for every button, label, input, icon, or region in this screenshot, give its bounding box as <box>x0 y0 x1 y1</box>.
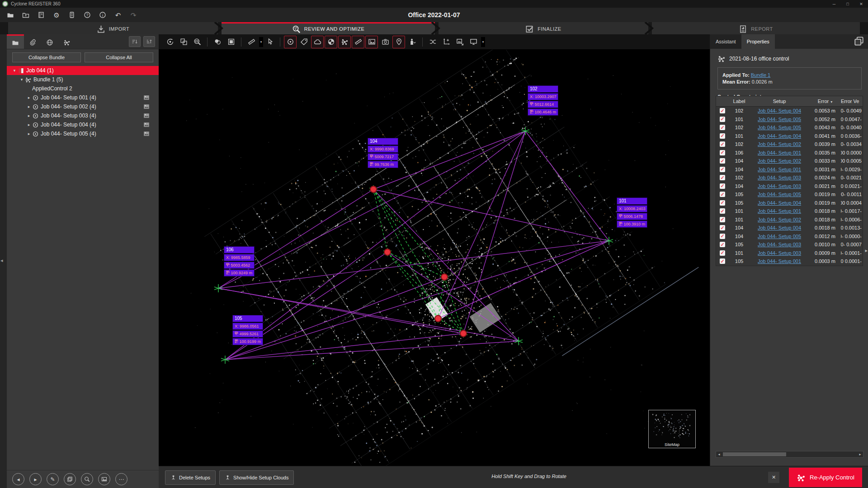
sort-descending-button[interactable] <box>143 36 155 47</box>
sidebar-tab-links[interactable] <box>24 34 41 49</box>
import-folder-button[interactable] <box>20 9 32 20</box>
image-button[interactable] <box>98 473 110 485</box>
column-error[interactable]: Error▾ <box>809 99 841 104</box>
constraint-checkbox[interactable]: ✓ <box>720 175 725 180</box>
column-setup[interactable]: Setup <box>750 99 809 104</box>
duplicate-button[interactable] <box>64 473 76 485</box>
setup-link[interactable]: Job 044- Setup 004 <box>758 133 801 139</box>
constraint-row[interactable]: ✓101Job 044- Setup 0030.0009 m-0.0001 -0… <box>716 249 863 258</box>
setup-image-icon[interactable] <box>143 113 150 119</box>
expander-right-icon[interactable]: ▸ <box>26 95 32 100</box>
constraint-checkbox[interactable]: ✓ <box>720 117 725 122</box>
setup-link[interactable]: Job 044- Setup 005 <box>758 234 801 239</box>
sitemap-widget[interactable]: SiteMap <box>648 410 696 448</box>
constraint-row[interactable]: ✓105Job 044- Setup 0010.0003 m-0.0001 0.… <box>716 257 863 266</box>
constraint-row[interactable]: ✓104Job 044- Setup 0020.0033 m0.0005 0.0… <box>716 157 863 165</box>
tree-item[interactable]: ▸Job 044- Setup 001 (4) <box>7 93 159 102</box>
panel-tab-properties[interactable]: Properties <box>741 34 775 49</box>
column-error-vector[interactable]: Error Ve <box>841 99 862 104</box>
clouds-visibility-button[interactable] <box>311 36 324 48</box>
expander-down-icon[interactable]: ▾ <box>19 77 25 82</box>
workflow-tab-review-and-optimize[interactable]: REVIEW AND OPTIMIZE <box>222 22 435 34</box>
workflow-tab-report[interactable]: REPORT <box>652 22 860 34</box>
panel-view-button[interactable] <box>225 36 237 48</box>
constraint-checkbox[interactable]: ✓ <box>720 158 725 164</box>
rotate-tool-button[interactable] <box>164 36 176 48</box>
sticks-visibility-button[interactable] <box>352 36 364 48</box>
tree-item[interactable]: ▾Bundle 1 (5) <box>7 75 159 84</box>
panel-layout-button[interactable] <box>854 36 864 47</box>
constraint-checkbox[interactable]: ✓ <box>720 125 725 130</box>
constraint-row[interactable]: ✓106Job 044- Setup 0010.0035 m0.0000 0.0… <box>716 149 863 157</box>
pedestrian-view-button[interactable] <box>406 36 419 48</box>
constraint-checkbox[interactable]: ✓ <box>720 133 725 139</box>
sidebar-tab-bundles[interactable] <box>58 34 75 49</box>
collapse-sidebar-icon[interactable]: ◂ <box>0 258 3 263</box>
constraint-checkbox[interactable]: ✓ <box>720 150 725 155</box>
constraint-checkbox[interactable]: ✓ <box>720 250 725 256</box>
scroll-right-icon[interactable]: ▸ <box>857 452 863 456</box>
settings-gear-button[interactable]: ⚙ <box>51 9 62 20</box>
expander-right-icon[interactable]: ▸ <box>26 104 32 109</box>
constraint-row[interactable]: ✓105Job 044- Setup 0040.0019 m0.0004 0.0… <box>716 199 863 207</box>
constraint-checkbox[interactable]: ✓ <box>720 141 725 147</box>
split-links-button[interactable] <box>426 36 439 48</box>
applied-to-link[interactable]: Bundle 1 <box>751 72 770 78</box>
display-settings-button[interactable] <box>467 36 480 48</box>
collapse-all-button[interactable]: Collapse All <box>85 52 153 62</box>
constraint-row[interactable]: ✓101Job 044- Setup 0010.0018 m-0.0017 -0… <box>716 207 863 216</box>
setup-link[interactable]: Job 044- Setup 001 <box>758 150 801 155</box>
setup-image-icon[interactable] <box>143 103 150 110</box>
window-close-button[interactable]: ✕ <box>854 0 868 8</box>
tree-item[interactable]: ▸Job 044- Setup 002 (4) <box>7 102 159 111</box>
constraint-checkbox[interactable]: ✓ <box>720 242 725 247</box>
nav-previous-button[interactable]: ◂ <box>12 473 24 485</box>
setup-link[interactable]: Job 044- Setup 004 <box>758 200 801 206</box>
setup-link[interactable]: Job 044- Setup 005 <box>758 192 801 197</box>
snapshot-button[interactable] <box>453 36 466 48</box>
delete-setups-button[interactable]: Delete Setups <box>165 470 216 485</box>
panel-tab-assistant[interactable]: Assistant <box>710 34 741 49</box>
setup-link[interactable]: Job 044- Setup 003 <box>758 175 801 180</box>
sort-descending-icon[interactable]: ▾ <box>830 100 832 104</box>
setup-link[interactable]: Job 044- Setup 005 <box>758 125 801 130</box>
pick-tool-button[interactable] <box>264 36 276 48</box>
constraint-checkbox[interactable]: ✓ <box>720 208 725 214</box>
setup-link[interactable]: Job 044- Setup 001 <box>758 208 801 214</box>
setup-image-icon[interactable] <box>143 122 150 128</box>
constraint-row[interactable]: ✓101Job 044- Setup 0050.0052 m-0.0047 0.… <box>716 115 863 124</box>
constraint-checkbox[interactable]: ✓ <box>720 167 725 172</box>
coordinate-label[interactable]: 106X: 9985.5859 mY: 5003.4562 mZ: 100.92… <box>224 247 254 277</box>
sort-ascending-button[interactable] <box>129 36 141 47</box>
setup-link[interactable]: Job 044- Setup 004 <box>758 225 801 230</box>
project-archive-button[interactable] <box>35 9 47 20</box>
setup-link[interactable]: Job 044- Setup 004 <box>758 108 801 113</box>
setup-link[interactable]: Job 044- Setup 002 <box>758 217 801 222</box>
column-label[interactable]: Label <box>729 99 750 104</box>
constraint-checkbox[interactable]: ✓ <box>720 225 725 230</box>
expander-right-icon[interactable]: ▸ <box>26 113 32 118</box>
expander-right-icon[interactable]: ▸ <box>26 122 32 127</box>
scroll-left-icon[interactable]: ◂ <box>716 452 722 456</box>
edit-pencil-button[interactable]: ✎ <box>47 473 59 485</box>
nav-next-button[interactable]: ▸ <box>29 473 42 485</box>
open-project-button[interactable] <box>5 9 16 20</box>
constraint-row[interactable]: ✓104Job 044- Setup 0050.0012 m-0.0000 -0… <box>716 232 863 241</box>
expand-panel-icon[interactable]: ▸ <box>865 248 868 253</box>
coordinate-label[interactable]: 105X: 9986.0561 mY: 4999.5261 mZ: 100.91… <box>233 315 263 346</box>
undo-button[interactable]: ↶ <box>112 9 124 20</box>
sidebar-tab-web[interactable] <box>41 34 58 49</box>
constraint-checkbox[interactable]: ✓ <box>720 108 725 113</box>
sidebar-tab-project-explorer[interactable] <box>7 34 24 49</box>
coordinate-label[interactable]: 101X: 10008.2403 mY: 5006.1478 mZ: 100.3… <box>617 198 647 229</box>
about-info-button[interactable]: i <box>97 9 108 20</box>
setup-link[interactable]: Job 044- Setup 001 <box>758 167 801 172</box>
camera-visibility-button[interactable] <box>379 36 392 48</box>
labels-visibility-button[interactable] <box>297 36 310 48</box>
setup-link[interactable]: Job 044- Setup 003 <box>758 250 801 256</box>
constraint-row[interactable]: ✓105Job 044- Setup 0050.0019 m0.0011 -0.… <box>716 190 863 199</box>
constraint-checkbox[interactable]: ✓ <box>720 192 725 197</box>
redo-button[interactable]: ↷ <box>127 9 139 20</box>
setup-image-icon[interactable] <box>143 94 150 101</box>
tree-item[interactable]: AppliedControl 2 <box>7 84 159 93</box>
